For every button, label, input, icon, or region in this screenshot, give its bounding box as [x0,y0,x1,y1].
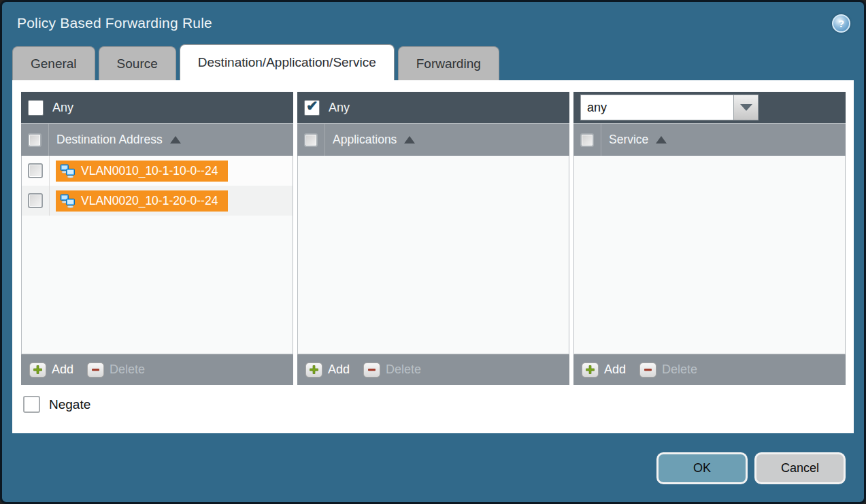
applications-select-all-cell [297,124,325,156]
destination-address-chip[interactable]: VLAN0020_10-1-20-0--24 [56,190,228,212]
service-select-all-checkbox[interactable] [580,133,594,147]
destination-address-chip[interactable]: VLAN0010_10-1-10-0--24 [56,161,228,182]
address-object-icon [60,164,76,178]
tab-content-panel: Any Destination Address [12,80,854,433]
add-icon [582,363,599,377]
tab-destination-application-service[interactable]: Destination/Application/Service [180,44,395,80]
destination-any-label: Any [52,101,73,115]
destination-header-label: Destination Address [56,133,163,147]
applications-sort-header[interactable]: Applications [325,133,415,147]
delete-label: Delete [386,363,421,377]
destination-select-all-checkbox[interactable] [28,133,41,147]
negate-checkbox[interactable] [23,396,40,413]
applications-list [297,156,569,354]
sort-asc-icon [170,136,181,144]
delete-icon [639,363,656,377]
add-icon [305,363,322,377]
sort-asc-icon [404,136,415,144]
add-label: Add [604,363,626,377]
service-select-all-cell [573,124,601,156]
help-icon[interactable]: ? [832,14,850,33]
applications-any-bar: Any [297,92,569,123]
destination-select-all-cell [21,124,49,156]
destination-row-vlan0010[interactable]: VLAN0010_10-1-10-0--24 [22,156,293,186]
service-column: Service Add [573,92,846,385]
service-delete-button[interactable]: Delete [639,363,697,377]
applications-add-button[interactable]: Add [305,363,350,377]
service-sort-header[interactable]: Service [601,133,667,147]
delete-icon [87,363,104,377]
destination-any-checkbox[interactable] [28,100,44,116]
destination-row-check-cell [22,186,50,216]
destination-delete-button[interactable]: Delete [87,363,145,377]
title-bar: Policy Based Forwarding Rule ? [2,2,864,44]
add-label: Add [52,363,73,377]
service-list [573,156,846,354]
ok-button[interactable]: OK [656,452,748,484]
service-mode-value[interactable] [580,95,733,120]
chevron-down-icon [740,104,752,111]
service-header-row: Service [573,123,846,156]
negate-label: Negate [49,397,90,412]
delete-label: Delete [662,363,697,377]
tab-source-label: Source [117,56,158,71]
dialog-actions: OK Cancel [656,452,846,484]
destination-address-label: VLAN0010_10-1-10-0--24 [81,164,218,178]
cancel-button[interactable]: Cancel [754,452,846,484]
applications-header-label: Applications [333,133,397,147]
destination-row-checkbox-1[interactable] [28,193,43,208]
destination-sort-header[interactable]: Destination Address [49,133,181,147]
destination-header-row: Destination Address [21,123,293,156]
applications-footer: Add Delete [297,354,569,385]
tab-destination-application-service-label: Destination/Application/Service [198,55,376,70]
applications-header-row: Applications [297,123,569,156]
service-header-label: Service [609,133,648,147]
applications-column: Any Applications Add [297,92,569,385]
add-label: Add [328,363,350,377]
service-footer: Add Delete [573,354,846,385]
service-mode-dropdown-button[interactable] [733,95,759,120]
delete-icon [363,363,380,377]
destination-row-check-cell [22,156,50,186]
address-object-icon [60,194,76,208]
tab-source[interactable]: Source [99,46,176,80]
service-mode-bar [573,92,846,123]
applications-any-label: Any [329,101,350,115]
policy-based-forwarding-dialog: Policy Based Forwarding Rule ? General S… [0,0,866,504]
sort-asc-icon [656,136,667,144]
destination-address-label: VLAN0020_10-1-20-0--24 [81,194,218,208]
destination-row-checkbox-0[interactable] [28,163,43,178]
negate-row: Negate [23,396,846,413]
destination-any-bar: Any [21,92,293,123]
service-add-button[interactable]: Add [582,363,626,377]
service-mode-combobox [580,95,759,120]
tab-forwarding-label: Forwarding [416,56,481,71]
destination-footer: Add Delete [21,354,293,385]
applications-select-all-checkbox[interactable] [304,133,318,147]
destination-row-vlan0020[interactable]: VLAN0020_10-1-20-0--24 [22,186,293,216]
add-icon [29,363,46,377]
tab-general-label: General [31,56,77,71]
delete-label: Delete [110,363,145,377]
destination-list: VLAN0010_10-1-10-0--24 [21,156,293,354]
applications-delete-button[interactable]: Delete [363,363,421,377]
columns-container: Any Destination Address [21,92,846,385]
tab-bar: General Source Destination/Application/S… [2,44,864,80]
applications-any-checkbox[interactable] [304,100,320,116]
destination-column: Any Destination Address [21,92,293,385]
destination-add-button[interactable]: Add [29,363,73,377]
tab-general[interactable]: General [12,46,95,80]
dialog-title: Policy Based Forwarding Rule [17,15,212,31]
tab-forwarding[interactable]: Forwarding [398,46,499,80]
